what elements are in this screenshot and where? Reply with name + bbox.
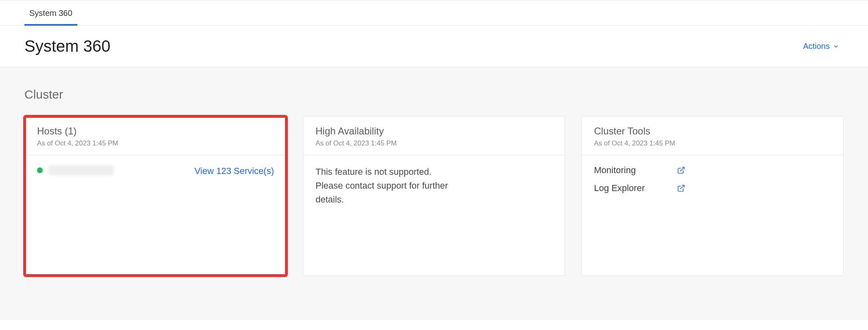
status-dot-icon [37,167,43,173]
card-cluster-tools: Cluster Tools As of Oct 4, 2023 1:45 PM … [581,116,844,276]
host-left [37,165,114,176]
card-tools-header: Cluster Tools As of Oct 4, 2023 1:45 PM [582,117,843,155]
tab-system-360[interactable]: System 360 [24,0,77,25]
actions-label: Actions [803,42,830,51]
page-title: System 360 [24,37,110,55]
actions-dropdown[interactable]: Actions [798,38,844,54]
page-header: System 360 Actions [0,26,868,67]
content-area: Cluster Hosts (1) As of Oct 4, 2023 1:45… [0,67,868,320]
card-hosts: Hosts (1) As of Oct 4, 2023 1:45 PM View… [24,116,287,276]
card-hosts-body: View 123 Service(s) [25,155,286,187]
cluster-cards-row: Hosts (1) As of Oct 4, 2023 1:45 PM View… [24,116,844,276]
external-link-icon[interactable] [677,166,685,174]
card-ha-header: High Availability As of Oct 4, 2023 1:45… [303,117,565,155]
card-hosts-title: Hosts (1) [37,125,274,137]
card-tools-title: Cluster Tools [594,125,831,137]
tool-row-monitoring: Monitoring [594,165,831,176]
card-ha-body: This feature is not supported. Please co… [303,155,565,216]
external-link-icon[interactable] [677,184,685,192]
tabs-bar: System 360 [0,0,868,26]
section-title-cluster: Cluster [24,88,844,101]
svg-line-0 [680,167,684,171]
host-row: View 123 Service(s) [37,165,274,177]
card-hosts-header: Hosts (1) As of Oct 4, 2023 1:45 PM [25,117,286,155]
chevron-down-icon [833,44,839,49]
tool-monitoring-label: Monitoring [594,165,651,176]
tool-log-explorer-label: Log Explorer [594,183,651,194]
host-name-redacted [48,165,114,176]
card-ha-timestamp: As of Oct 4, 2023 1:45 PM [316,139,552,147]
svg-line-1 [680,185,684,189]
tool-row-log-explorer: Log Explorer [594,183,831,194]
card-ha-title: High Availability [316,125,552,137]
card-high-availability: High Availability As of Oct 4, 2023 1:45… [303,116,565,276]
ha-message: This feature is not supported. Please co… [316,165,454,207]
view-services-link[interactable]: View 123 Service(s) [195,165,274,177]
card-tools-timestamp: As of Oct 4, 2023 1:45 PM [594,139,831,147]
card-tools-body: Monitoring Log Explorer [582,155,843,211]
card-hosts-timestamp: As of Oct 4, 2023 1:45 PM [37,139,274,147]
